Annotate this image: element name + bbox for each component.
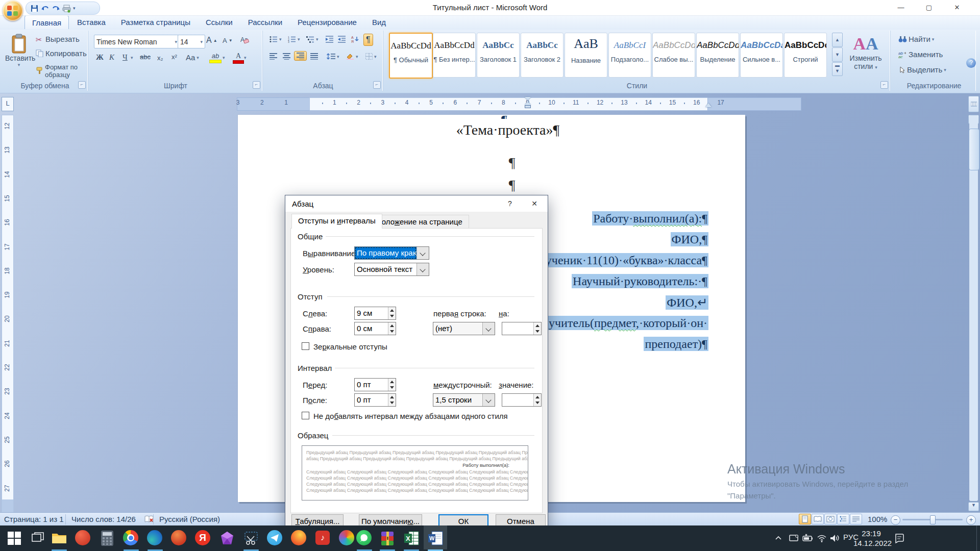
borders-button[interactable]: ▾ <box>363 52 379 61</box>
font-name-combo[interactable]: Times New Roman▾ <box>94 35 180 48</box>
styles-scroll-down[interactable]: ▼ <box>832 47 843 62</box>
level-combobox[interactable]: Основной текст <box>354 263 429 276</box>
notification-center-icon[interactable] <box>894 533 904 543</box>
strikethrough-button[interactable]: abc <box>138 52 153 62</box>
alignment-combobox[interactable]: По правому краю <box>354 246 429 260</box>
dialog-tab-indents[interactable]: Отступы и интервалы <box>291 214 382 229</box>
select-button[interactable]: Выделить▾ <box>896 64 948 75</box>
style-item-normal[interactable]: AaBbCcDd¶ Обычный <box>389 33 433 79</box>
show-marks-button[interactable]: ¶ <box>363 34 373 46</box>
zoom-level[interactable]: 100% <box>868 515 887 523</box>
edge-icon[interactable] <box>147 530 163 546</box>
tray-battery-icon[interactable] <box>802 533 813 543</box>
indent-left-spinner[interactable]: 9 см <box>354 307 396 320</box>
paste-button[interactable]: Вставить ▾ <box>5 33 33 80</box>
tab-vid[interactable]: Вид <box>365 15 393 29</box>
increase-indent-button[interactable] <box>336 35 348 44</box>
right-indent-marker[interactable] <box>705 103 712 107</box>
dialog-title-bar[interactable]: Абзац ? ✕ <box>285 195 548 212</box>
zoom-in-button[interactable]: + <box>966 515 976 525</box>
tab-vstavka[interactable]: Вставка <box>70 15 113 29</box>
minimize-button[interactable]: — <box>889 0 913 15</box>
page-count[interactable]: Страница: 1 из 1 <box>4 515 64 523</box>
help-icon[interactable]: ? <box>966 58 976 68</box>
replace-button[interactable]: abac Заменить <box>896 49 945 60</box>
align-left-button[interactable] <box>267 52 279 61</box>
style-item-strongem[interactable]: AaBbCcDaСильное в... <box>740 33 783 78</box>
empty-paragraph-mark[interactable]: ¶ <box>509 177 516 193</box>
align-center-button[interactable] <box>281 52 292 61</box>
office-app2-icon[interactable] <box>171 530 187 546</box>
grow-font-button[interactable]: А▲ <box>204 35 219 46</box>
cut-button[interactable]: ✂ Вырезать <box>34 34 82 44</box>
bold-button[interactable]: Ж <box>94 52 106 63</box>
document-selected-line[interactable]: ученик·11(10)·«буква»·класса¶ <box>545 254 708 274</box>
taskbar-app-blue-icon[interactable] <box>267 530 283 546</box>
maximize-button[interactable]: ▢ <box>917 0 941 15</box>
align-right-button[interactable] <box>294 51 307 61</box>
clear-formatting-button[interactable]: Aa <box>238 35 251 45</box>
language-indicator[interactable]: Русский (Россия) <box>159 515 220 523</box>
tray-display-icon[interactable] <box>789 533 799 543</box>
style-item-emphasis[interactable]: AaBbCcDdВыделение <box>696 33 739 78</box>
start-button[interactable] <box>6 530 22 546</box>
print-icon[interactable] <box>62 4 71 13</box>
scrollbar-track[interactable] <box>969 115 978 501</box>
document-title-line[interactable]: «Тема·проекта»¶ <box>456 122 559 138</box>
line-spacing-combobox[interactable]: 1,5 строки <box>433 393 495 407</box>
format-painter-button[interactable]: Формат по образцу <box>34 62 88 80</box>
line-spacing-button[interactable]: ▾ <box>325 52 341 61</box>
after-spinner[interactable]: 0 пт <box>354 393 396 407</box>
first-line-combobox[interactable]: (нет) <box>433 322 495 335</box>
combo-arrow-icon[interactable] <box>416 263 429 276</box>
superscript-button[interactable]: x² <box>169 52 179 62</box>
selected-text-block[interactable]: Работу·выполнил(а):¶ФИО,¶ученик·11(10)·«… <box>545 212 708 358</box>
subscript-button[interactable]: x₂ <box>155 53 165 63</box>
toggle-ruler-button[interactable] <box>968 96 979 112</box>
style-item-h1[interactable]: AaBbCcЗаголовок 1 <box>477 33 520 78</box>
clipboard-dialog-launcher[interactable]: ⌐ <box>78 81 86 89</box>
tray-wifi-icon[interactable] <box>817 533 827 543</box>
zoom-slider-thumb[interactable] <box>930 515 936 524</box>
highlight-button[interactable]: ab <box>207 51 224 64</box>
styles-dialog-launcher[interactable]: ⌐ <box>880 81 888 89</box>
numbering-button[interactable]: 123 ▾ <box>286 35 302 44</box>
before-spinner[interactable]: 0 пт <box>354 378 396 391</box>
qat-customize-icon[interactable]: ▾ <box>73 6 76 11</box>
font-size-combo[interactable]: 14▾ <box>178 35 205 48</box>
font-dialog-launcher[interactable]: ⌐ <box>253 81 260 89</box>
office-button[interactable] <box>3 1 23 21</box>
highlight-caret[interactable]: ▾ <box>223 55 225 60</box>
paragraph-dialog-launcher[interactable]: ⌐ <box>373 81 381 89</box>
view-draft-button[interactable] <box>850 514 862 524</box>
no-spacing-checkbox[interactable] <box>302 412 309 419</box>
proofing-icon[interactable] <box>144 515 154 524</box>
calculator-icon[interactable] <box>99 530 115 546</box>
bullets-button[interactable]: ▾ <box>267 35 284 44</box>
close-button[interactable]: ✕ <box>945 0 969 15</box>
undo-icon[interactable] <box>41 4 50 13</box>
dialog-close-icon[interactable]: ✕ <box>524 195 545 212</box>
snipping-tool-icon[interactable] <box>243 530 259 546</box>
styles-more-button[interactable]: ▬▼ <box>832 62 843 76</box>
document-selected-line[interactable]: Научный·руководитель:·¶ <box>545 274 708 295</box>
scrollbar-thumb[interactable] <box>969 129 979 170</box>
redo-icon[interactable] <box>52 4 60 13</box>
show-desktop-button[interactable] <box>976 525 980 551</box>
font-color-caret[interactable]: ▾ <box>244 55 247 60</box>
word-count[interactable]: Число слов: 14/26 <box>71 515 136 523</box>
taskbar-app-multicolor-icon[interactable] <box>339 530 355 546</box>
view-reading-button[interactable] <box>812 514 824 524</box>
sort-button[interactable]: АЯ <box>349 35 361 44</box>
whatsapp-icon[interactable] <box>356 530 373 546</box>
gem-app-icon[interactable] <box>219 530 235 546</box>
save-icon[interactable] <box>30 4 39 13</box>
winrar-icon[interactable] <box>379 530 396 546</box>
empty-paragraph-mark[interactable]: ¶ <box>509 155 516 171</box>
tray-chevron-up-icon[interactable] <box>773 533 783 543</box>
word-icon[interactable]: W <box>427 530 444 546</box>
change-case-button[interactable]: Aa▾ <box>184 52 201 63</box>
vertical-ruler[interactable]: 12131415161718192021222324252627 <box>2 115 14 513</box>
style-item-h2[interactable]: AaBbCcЗаголовок 2 <box>521 33 564 78</box>
file-explorer-icon[interactable] <box>51 530 67 546</box>
